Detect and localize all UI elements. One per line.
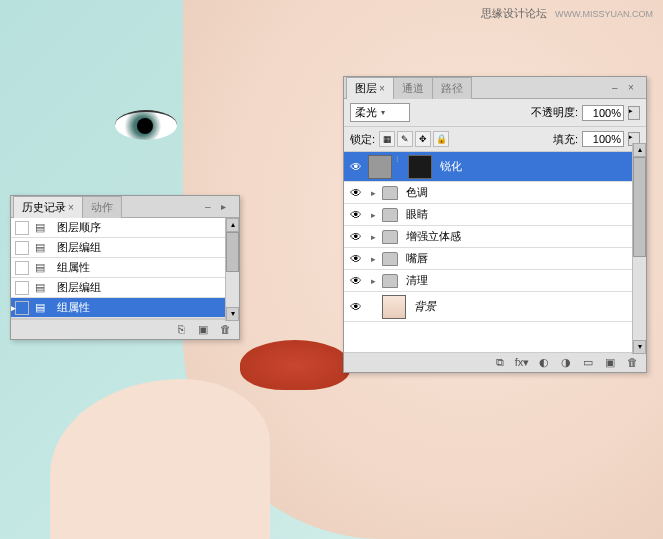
opacity-label: 不透明度: — [531, 105, 578, 120]
history-snapshot-slot[interactable] — [15, 261, 29, 275]
folder-icon — [382, 186, 398, 200]
current-step-icon: ▶ — [11, 303, 16, 313]
link-layers-icon[interactable]: ⧉ — [492, 356, 508, 370]
layer-row[interactable]: 👁 ▸ 眼睛 — [344, 204, 646, 226]
watermark: 思缘设计论坛WWW.MISSYUAN.COM — [481, 6, 653, 21]
visibility-icon[interactable]: 👁 — [348, 252, 364, 266]
new-group-icon[interactable]: ▭ — [580, 356, 596, 370]
scroll-up-icon[interactable]: ▴ — [633, 143, 646, 157]
layer-thumbnail[interactable] — [382, 295, 406, 319]
layer-row[interactable]: 👁 ▸ 嘴唇 — [344, 248, 646, 270]
tab-actions[interactable]: 动作 — [82, 196, 122, 218]
layer-fx-icon[interactable]: fx▾ — [514, 356, 530, 370]
adjustment-layer-icon[interactable]: ◑ — [558, 356, 574, 370]
lock-fill-row: 锁定: ▦ ✎ ✥ 🔒 填充: ▸ — [344, 127, 646, 152]
scrollbar[interactable]: ▴ ▾ — [632, 143, 646, 354]
history-step-icon: ▤ — [35, 281, 51, 295]
close-icon[interactable]: × — [628, 82, 640, 94]
expand-icon[interactable]: ▸ — [368, 210, 378, 220]
snapshot-icon[interactable]: ▣ — [195, 323, 211, 337]
minimize-icon[interactable]: – — [205, 201, 217, 213]
tab-history[interactable]: 历史记录× — [13, 196, 83, 218]
history-list: ▤ 图层顺序 ▤ 图层编组 ▤ 组属性 ▤ 图层编组 ▶ ▤ 组属性 — [11, 218, 239, 319]
folder-icon — [382, 274, 398, 288]
layer-mask-icon[interactable]: ◐ — [536, 356, 552, 370]
layer-row[interactable]: 👁 背景 🔒 — [344, 292, 646, 322]
history-snapshot-slot[interactable] — [15, 301, 29, 315]
scroll-down-icon[interactable]: ▾ — [633, 340, 646, 354]
scroll-down-icon[interactable]: ▾ — [226, 307, 239, 321]
lock-pixels-icon[interactable]: ✎ — [397, 131, 413, 147]
scrollbar[interactable]: ▴ ▾ — [225, 218, 239, 321]
tab-layers[interactable]: 图层× — [346, 77, 394, 99]
new-document-icon[interactable]: ⎘ — [173, 323, 189, 337]
history-toolbar: ⎘ ▣ 🗑 — [11, 319, 239, 339]
blend-opacity-row: 柔光 ▾ 不透明度: ▸ — [344, 99, 646, 127]
history-item[interactable]: ▤ 图层编组 — [11, 278, 239, 298]
history-item[interactable]: ▤ 图层顺序 — [11, 218, 239, 238]
link-icon: ⁞ — [396, 155, 404, 179]
folder-icon — [382, 208, 398, 222]
scroll-up-icon[interactable]: ▴ — [226, 218, 239, 232]
layer-row[interactable]: 👁 ▸ 清理 — [344, 270, 646, 292]
layer-list: 👁 ⁞ 锐化 👁 ▸ 色调 👁 ▸ 眼睛 👁 ▸ 增强立体感 👁 ▸ — [344, 152, 646, 352]
minimize-icon[interactable]: – — [612, 82, 624, 94]
tab-close-icon[interactable]: × — [379, 83, 385, 94]
expand-icon[interactable]: ▸ — [368, 232, 378, 242]
expand-icon[interactable]: ▸ — [368, 254, 378, 264]
fill-input[interactable] — [582, 131, 624, 147]
mask-thumbnail[interactable] — [408, 155, 432, 179]
layers-tab-bar: 图层× 通道 路径 – × — [344, 77, 646, 99]
history-tab-bar: 历史记录× 动作 – ▸ — [11, 196, 239, 218]
lock-transparent-icon[interactable]: ▦ — [379, 131, 395, 147]
history-step-icon: ▤ — [35, 261, 51, 275]
layer-row[interactable]: 👁 ⁞ 锐化 — [344, 152, 646, 182]
trash-icon[interactable]: 🗑 — [217, 323, 233, 337]
history-item[interactable]: ▤ 图层编组 — [11, 238, 239, 258]
visibility-icon[interactable]: 👁 — [348, 186, 364, 200]
history-snapshot-slot[interactable] — [15, 221, 29, 235]
folder-icon — [382, 230, 398, 244]
history-item[interactable]: ▤ 组属性 — [11, 258, 239, 278]
scroll-thumb[interactable] — [633, 157, 646, 257]
layer-thumbnail[interactable] — [368, 155, 392, 179]
expand-icon[interactable]: ▸ — [368, 276, 378, 286]
opacity-slider-icon[interactable]: ▸ — [628, 106, 640, 120]
trash-icon[interactable]: 🗑 — [624, 356, 640, 370]
history-step-icon: ▤ — [35, 241, 51, 255]
tab-paths[interactable]: 路径 — [432, 77, 472, 99]
history-step-icon: ▤ — [35, 221, 51, 235]
lock-position-icon[interactable]: ✥ — [415, 131, 431, 147]
layer-row[interactable]: 👁 ▸ 增强立体感 — [344, 226, 646, 248]
expand-icon[interactable]: ▸ — [368, 188, 378, 198]
visibility-icon[interactable]: 👁 — [348, 300, 364, 314]
new-layer-icon[interactable]: ▣ — [602, 356, 618, 370]
visibility-icon[interactable]: 👁 — [348, 230, 364, 244]
blend-mode-select[interactable]: 柔光 ▾ — [350, 103, 410, 122]
fill-label: 填充: — [553, 132, 578, 147]
visibility-icon[interactable]: 👁 — [348, 160, 364, 174]
visibility-icon[interactable]: 👁 — [348, 208, 364, 222]
tab-channels[interactable]: 通道 — [393, 77, 433, 99]
history-item[interactable]: ▶ ▤ 组属性 — [11, 298, 239, 318]
visibility-icon[interactable]: 👁 — [348, 274, 364, 288]
lock-all-icon[interactable]: 🔒 — [433, 131, 449, 147]
history-step-icon: ▤ — [35, 301, 51, 315]
layers-toolbar: ⧉ fx▾ ◐ ◑ ▭ ▣ 🗑 — [344, 352, 646, 372]
history-snapshot-slot[interactable] — [15, 281, 29, 295]
layers-panel: 图层× 通道 路径 – × 柔光 ▾ 不透明度: ▸ 锁定: ▦ ✎ ✥ 🔒 填… — [343, 76, 647, 373]
layer-row[interactable]: 👁 ▸ 色调 — [344, 182, 646, 204]
history-snapshot-slot[interactable] — [15, 241, 29, 255]
opacity-input[interactable] — [582, 105, 624, 121]
history-panel: 历史记录× 动作 – ▸ ▤ 图层顺序 ▤ 图层编组 ▤ 组属性 ▤ 图层编组 … — [10, 195, 240, 340]
folder-icon — [382, 252, 398, 266]
tab-close-icon[interactable]: × — [68, 202, 74, 213]
chevron-down-icon: ▾ — [381, 108, 385, 117]
scroll-thumb[interactable] — [226, 232, 239, 272]
lock-label: 锁定: — [350, 132, 375, 147]
menu-icon[interactable]: ▸ — [221, 201, 233, 213]
